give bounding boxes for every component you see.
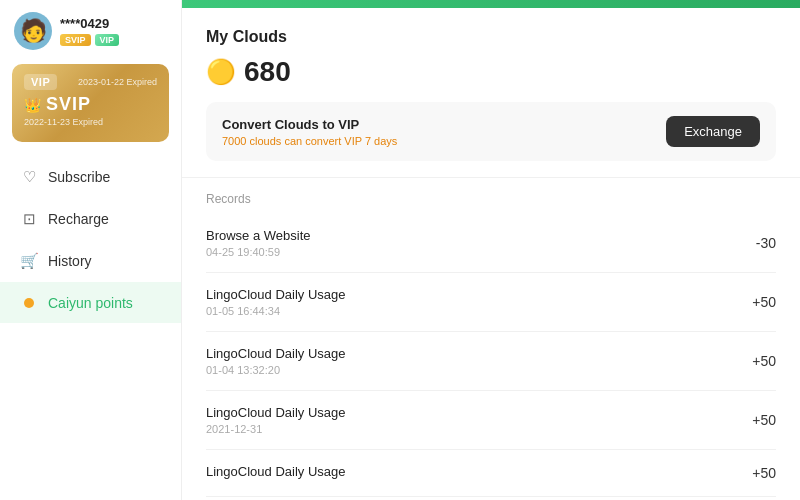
svip-logo: 👑 SVIP <box>24 94 157 115</box>
vip-badge: VIP <box>95 34 120 46</box>
record-amount: +50 <box>752 465 776 481</box>
recharge-icon: ⊡ <box>20 210 38 228</box>
record-amount: +50 <box>752 353 776 369</box>
sidebar-nav: ♡ Subscribe ⊡ Recharge 🛒 History Caiyun … <box>0 152 181 327</box>
vip-label: VIP <box>24 74 57 90</box>
exchange-button[interactable]: Exchange <box>666 116 760 147</box>
records-label: Records <box>206 178 776 214</box>
record-time: 01-05 16:44:34 <box>206 305 345 317</box>
avatar-icon: 🧑 <box>20 20 47 42</box>
convert-title: Convert Clouds to VIP <box>222 117 397 132</box>
record-item: LingoCloud Daily Usage 01-04 13:32:20 +5… <box>206 332 776 391</box>
record-info: LingoCloud Daily Usage 01-04 13:32:20 <box>206 346 345 376</box>
record-time: 2021-12-31 <box>206 423 345 435</box>
record-item: LingoCloud Daily Usage 2021-12-31 +50 <box>206 391 776 450</box>
sidebar: 🧑 ****0429 SVIP VIP VIP 2023-01-22 Expir… <box>0 0 182 500</box>
record-title: LingoCloud Daily Usage <box>206 346 345 361</box>
convert-text: Convert Clouds to VIP 7000 clouds can co… <box>222 117 397 147</box>
sidebar-item-history[interactable]: 🛒 History <box>0 240 181 282</box>
record-title: LingoCloud Daily Usage <box>206 287 345 302</box>
record-title: LingoCloud Daily Usage <box>206 405 345 420</box>
badges: SVIP VIP <box>60 34 119 46</box>
record-info: LingoCloud Daily Usage 2021-12-31 <box>206 405 345 435</box>
caiyun-dot-icon <box>20 294 38 311</box>
dot-icon <box>24 298 34 308</box>
profile-info: ****0429 SVIP VIP <box>60 16 119 46</box>
vip-card-top: VIP 2023-01-22 Expired <box>24 74 157 90</box>
history-icon: 🛒 <box>20 252 38 270</box>
svip-badge: SVIP <box>60 34 91 46</box>
vip-card: VIP 2023-01-22 Expired 👑 SVIP 2022-11-23… <box>12 64 169 142</box>
record-item: LingoCloud Daily Usage +50 <box>206 450 776 497</box>
sidebar-item-label-caiyun: Caiyun points <box>48 295 133 311</box>
record-title: LingoCloud Daily Usage <box>206 464 345 479</box>
profile-section: 🧑 ****0429 SVIP VIP <box>0 0 181 58</box>
record-title: Browse a Website <box>206 228 311 243</box>
record-item: Browse a Website 04-25 19:40:59 -30 <box>206 214 776 273</box>
convert-section: Convert Clouds to VIP 7000 clouds can co… <box>206 102 776 161</box>
sidebar-item-caiyun-points[interactable]: Caiyun points <box>0 282 181 323</box>
top-bar <box>182 0 800 8</box>
sidebar-item-subscribe[interactable]: ♡ Subscribe <box>0 156 181 198</box>
avatar: 🧑 <box>14 12 52 50</box>
record-amount: +50 <box>752 294 776 310</box>
main-content: My Clouds 🟡 680 Convert Clouds to VIP 70… <box>182 0 800 500</box>
sidebar-item-recharge[interactable]: ⊡ Recharge <box>0 198 181 240</box>
clouds-title: My Clouds <box>206 28 776 46</box>
record-amount: +50 <box>752 412 776 428</box>
svip-badge-label: SVIP <box>65 35 86 45</box>
svip-label: SVIP <box>46 94 91 115</box>
records-section: Records Browse a Website 04-25 19:40:59 … <box>182 178 800 497</box>
sidebar-item-label-history: History <box>48 253 92 269</box>
vip-badge-label: VIP <box>100 35 115 45</box>
record-item: LingoCloud Daily Usage 01-05 16:44:34 +5… <box>206 273 776 332</box>
record-amount: -30 <box>756 235 776 251</box>
sidebar-item-label-subscribe: Subscribe <box>48 169 110 185</box>
record-time: 01-04 13:32:20 <box>206 364 345 376</box>
content-area: My Clouds 🟡 680 Convert Clouds to VIP 70… <box>182 8 800 500</box>
svip-crown-icon: 👑 <box>24 97 42 113</box>
clouds-header: My Clouds 🟡 680 Convert Clouds to VIP 70… <box>182 8 800 178</box>
subscribe-icon: ♡ <box>20 168 38 186</box>
vip-expiry: 2023-01-22 Expired <box>78 77 157 87</box>
username: ****0429 <box>60 16 119 31</box>
cloud-coin-icon: 🟡 <box>206 58 236 86</box>
clouds-amount: 🟡 680 <box>206 56 776 88</box>
svip-expiry: 2022-11-23 Expired <box>24 117 157 127</box>
record-info: LingoCloud Daily Usage <box>206 464 345 482</box>
convert-description: 7000 clouds can convert VIP 7 days <box>222 135 397 147</box>
record-info: LingoCloud Daily Usage 01-05 16:44:34 <box>206 287 345 317</box>
cloud-amount-value: 680 <box>244 56 291 88</box>
record-info: Browse a Website 04-25 19:40:59 <box>206 228 311 258</box>
sidebar-item-label-recharge: Recharge <box>48 211 109 227</box>
record-time: 04-25 19:40:59 <box>206 246 311 258</box>
